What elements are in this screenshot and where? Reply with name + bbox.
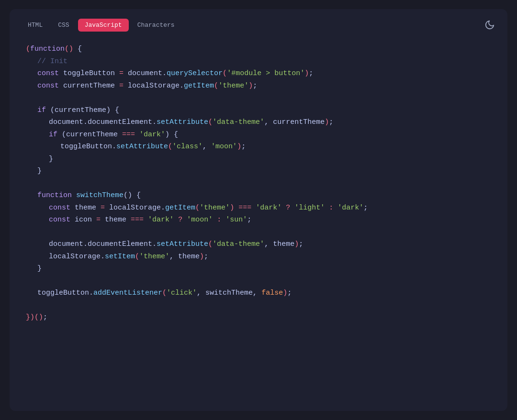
code-line: // Init bbox=[37, 55, 491, 68]
tab-characters[interactable]: Characters bbox=[131, 19, 181, 32]
tab-bar: HTML CSS JavaScript Characters bbox=[21, 19, 496, 32]
code-line: const currentTheme = localStorage.getIte… bbox=[37, 80, 491, 92]
code-line: toggleButton.setAttribute('class', 'moon… bbox=[60, 141, 491, 153]
tab-css[interactable]: CSS bbox=[51, 19, 76, 32]
code-line: } bbox=[37, 263, 491, 275]
code-line: const theme = localStorage.getItem('them… bbox=[49, 202, 491, 214]
blank-line bbox=[26, 177, 491, 190]
blank-line bbox=[26, 275, 491, 287]
code-line: (function() { bbox=[26, 43, 491, 55]
tab-html[interactable]: HTML bbox=[21, 19, 49, 32]
blank-line bbox=[26, 92, 491, 104]
code-line: localStorage.setItem('theme', theme); bbox=[49, 251, 491, 263]
blank-line bbox=[26, 226, 491, 239]
code-line: })(); bbox=[26, 311, 491, 324]
code-line: const toggleButton = document.querySelec… bbox=[37, 67, 491, 80]
code-line: const icon = theme === 'dark' ? 'moon' :… bbox=[49, 214, 491, 226]
theme-toggle-button[interactable] bbox=[483, 18, 497, 34]
code-editor: (function() { // Init const toggleButton… bbox=[21, 43, 496, 324]
blank-line bbox=[26, 299, 491, 312]
code-line: if (currentTheme) { bbox=[37, 104, 491, 117]
editor-container: HTML CSS JavaScript Characters (function… bbox=[10, 9, 507, 411]
tab-javascript[interactable]: JavaScript bbox=[78, 19, 129, 32]
code-line: } bbox=[37, 165, 491, 177]
code-line: toggleButton.addEventListener('click', s… bbox=[37, 287, 491, 299]
moon-icon bbox=[484, 20, 495, 33]
code-line: if (currentTheme === 'dark') { bbox=[49, 129, 491, 141]
code-line: document.documentElement.setAttribute('d… bbox=[49, 116, 491, 129]
code-line: document.documentElement.setAttribute('d… bbox=[49, 238, 491, 251]
code-line: } bbox=[49, 153, 491, 166]
code-line: function switchTheme() { bbox=[37, 189, 491, 202]
